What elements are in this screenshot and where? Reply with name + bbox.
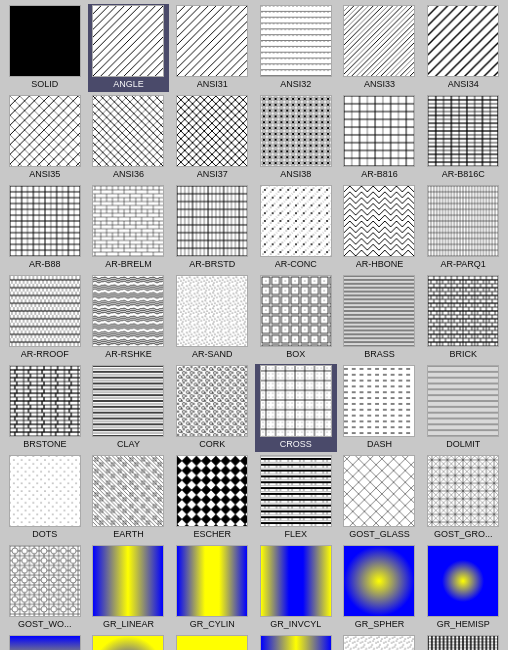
- pattern-cell-brick[interactable]: BRICK: [422, 274, 504, 362]
- pattern-grid: SOLID ANGLE ANSI31 ANSI32 ANSI33: [0, 0, 508, 650]
- pattern-cell-flex[interactable]: FLEX: [255, 454, 337, 542]
- pattern-cell-ar-brelm[interactable]: AR-BRELM: [88, 184, 170, 272]
- pattern-cell-ar-b816c[interactable]: AR-B816C: [422, 94, 504, 182]
- pattern-cell-escher[interactable]: ESCHER: [171, 454, 253, 542]
- pattern-cell-gost_wo[interactable]: GOST_WO...: [4, 544, 86, 632]
- pattern-label-gr_cylin: GR_CYLIN: [190, 619, 235, 629]
- svg-rect-207: [428, 456, 498, 526]
- pattern-preview-ar-brstd: [176, 185, 248, 257]
- pattern-preview-solid: [9, 5, 81, 77]
- pattern-label-gost_glass: GOST_GLASS: [349, 529, 410, 539]
- svg-rect-220: [428, 546, 498, 616]
- pattern-cell-dash[interactable]: DASH: [339, 364, 421, 452]
- svg-rect-105: [10, 276, 80, 346]
- pattern-cell-ansi35[interactable]: ANSI35: [4, 94, 86, 182]
- pattern-cell-brstone[interactable]: BRSTONE: [4, 364, 86, 452]
- pattern-cell-ar-b88[interactable]: AR-B88: [4, 184, 86, 272]
- pattern-preview-ansi38: [260, 95, 332, 167]
- pattern-label-ar-b816: AR-B816: [361, 169, 398, 179]
- pattern-cell-ar-hbone[interactable]: AR-HBONE: [339, 184, 421, 272]
- pattern-cell-gr_invhem[interactable]: GR_INVHEM: [171, 634, 253, 650]
- pattern-preview-gost_wo: [9, 545, 81, 617]
- svg-rect-151: [177, 366, 247, 436]
- pattern-label-ansi35: ANSI35: [29, 169, 60, 179]
- pattern-cell-gost_glass[interactable]: GOST_GLASS: [339, 454, 421, 542]
- pattern-cell-ar-conc[interactable]: AR-CONC: [255, 184, 337, 272]
- pattern-label-gr_linear: GR_LINEAR: [103, 619, 154, 629]
- pattern-cell-ar-rroof[interactable]: AR-RROOF: [4, 274, 86, 362]
- pattern-label-ansi32: ANSI32: [280, 79, 311, 89]
- pattern-cell-angle[interactable]: ANGLE: [88, 4, 170, 92]
- svg-rect-217: [177, 546, 247, 616]
- pattern-cell-gr_hemisp[interactable]: GR_HEMISP: [422, 544, 504, 632]
- svg-rect-184: [93, 456, 163, 526]
- pattern-cell-ar-parq1[interactable]: AR-PARQ1: [422, 184, 504, 272]
- pattern-cell-gr_curved[interactable]: GR_CURVED: [4, 634, 86, 650]
- pattern-label-ansi33: ANSI33: [364, 79, 395, 89]
- pattern-preview-ar-parq1: [427, 185, 499, 257]
- pattern-cell-cork[interactable]: CORK: [171, 364, 253, 452]
- pattern-label-gr_spher: GR_SPHER: [355, 619, 405, 629]
- svg-rect-218: [261, 546, 331, 616]
- pattern-cell-ansi31[interactable]: ANSI31: [171, 4, 253, 92]
- pattern-cell-gr_spher[interactable]: GR_SPHER: [339, 544, 421, 632]
- pattern-cell-ansi32[interactable]: ANSI32: [255, 4, 337, 92]
- pattern-cell-brass[interactable]: BRASS: [339, 274, 421, 362]
- pattern-label-ar-b816c: AR-B816C: [442, 169, 485, 179]
- pattern-cell-solid[interactable]: SOLID: [4, 4, 86, 92]
- svg-rect-222: [93, 636, 163, 650]
- pattern-preview-ansi32: [260, 5, 332, 77]
- pattern-cell-box[interactable]: BOX: [255, 274, 337, 362]
- svg-rect-201: [344, 456, 414, 526]
- pattern-label-ar-rroof: AR-RROOF: [21, 349, 69, 359]
- pattern-cell-cross[interactable]: CROSS: [255, 364, 337, 452]
- pattern-cell-gr_invcur[interactable]: GR_INVCUR: [255, 634, 337, 650]
- pattern-cell-ansi37[interactable]: ANSI37: [171, 94, 253, 182]
- pattern-label-cork: CORK: [199, 439, 225, 449]
- pattern-cell-gr_cylin[interactable]: GR_CYLIN: [171, 544, 253, 632]
- pattern-cell-earth[interactable]: EARTH: [88, 454, 170, 542]
- pattern-label-ansi37: ANSI37: [197, 169, 228, 179]
- pattern-preview-cork: [176, 365, 248, 437]
- pattern-cell-gr_invcyl[interactable]: GR_INVCYL: [255, 544, 337, 632]
- pattern-label-brick: BRICK: [449, 349, 477, 359]
- pattern-label-ar-brelm: AR-BRELM: [105, 259, 152, 269]
- pattern-cell-dolmit[interactable]: DOLMIT: [422, 364, 504, 452]
- svg-rect-107: [93, 276, 163, 346]
- pattern-cell-ar-sand[interactable]: AR-SAND: [171, 274, 253, 362]
- pattern-preview-ansi36: [92, 95, 164, 167]
- pattern-label-angle: ANGLE: [113, 79, 144, 89]
- pattern-cell-ansi36[interactable]: ANSI36: [88, 94, 170, 182]
- pattern-cell-ar-b816[interactable]: AR-B816: [339, 94, 421, 182]
- pattern-label-ansi36: ANSI36: [113, 169, 144, 179]
- pattern-preview-ar-conc: [260, 185, 332, 257]
- pattern-cell-ansi38[interactable]: ANSI38: [255, 94, 337, 182]
- pattern-label-dash: DASH: [367, 439, 392, 449]
- pattern-cell-ar-brstd[interactable]: AR-BRSTD: [171, 184, 253, 272]
- pattern-cell-ar-rshke[interactable]: AR-RSHKE: [88, 274, 170, 362]
- svg-rect-41: [261, 96, 331, 166]
- pattern-label-ar-parq1: AR-PARQ1: [440, 259, 485, 269]
- pattern-preview-dash: [343, 365, 415, 437]
- svg-rect-28: [10, 96, 80, 166]
- pattern-preview-ar-brelm: [92, 185, 164, 257]
- svg-rect-216: [93, 546, 163, 616]
- pattern-cell-clay[interactable]: CLAY: [88, 364, 170, 452]
- pattern-preview-gost_glass: [343, 455, 415, 527]
- pattern-preview-ar-b816c: [427, 95, 499, 167]
- pattern-cell-grate[interactable]: GRATE: [422, 634, 504, 650]
- pattern-label-solid: SOLID: [31, 79, 58, 89]
- pattern-cell-ansi34[interactable]: ANSI34: [422, 4, 504, 92]
- pattern-preview-ar-sand: [176, 275, 248, 347]
- svg-rect-139: [10, 366, 80, 436]
- pattern-cell-dots[interactable]: DOTS: [4, 454, 86, 542]
- svg-rect-45: [344, 96, 414, 166]
- svg-rect-55: [10, 186, 80, 256]
- pattern-cell-grass[interactable]: GRASS: [339, 634, 421, 650]
- pattern-cell-gr_linear[interactable]: GR_LINEAR: [88, 544, 170, 632]
- pattern-cell-gr_invsph[interactable]: GR_INVSPH: [88, 634, 170, 650]
- pattern-preview-gr_spher: [343, 545, 415, 617]
- svg-rect-0: [10, 6, 80, 76]
- pattern-cell-ansi33[interactable]: ANSI33: [339, 4, 421, 92]
- pattern-cell-gost_gro[interactable]: GOST_GRO...: [422, 454, 504, 542]
